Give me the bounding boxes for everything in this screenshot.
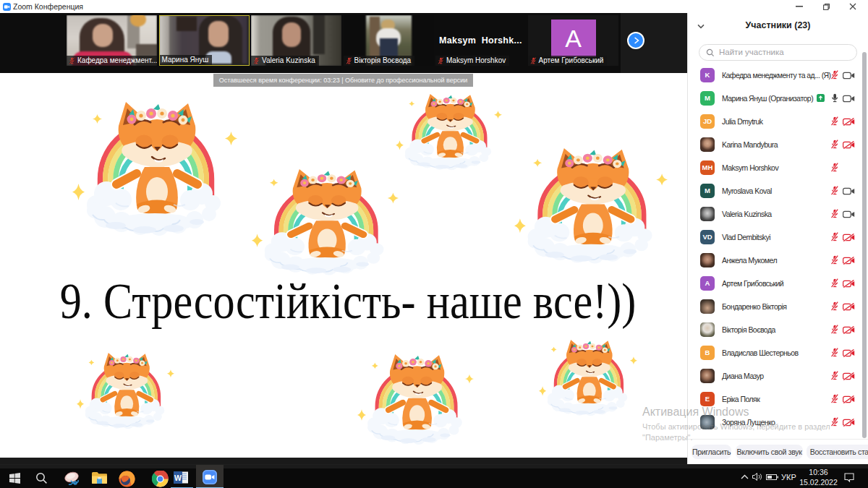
svg-text:W: W bbox=[174, 474, 182, 482]
